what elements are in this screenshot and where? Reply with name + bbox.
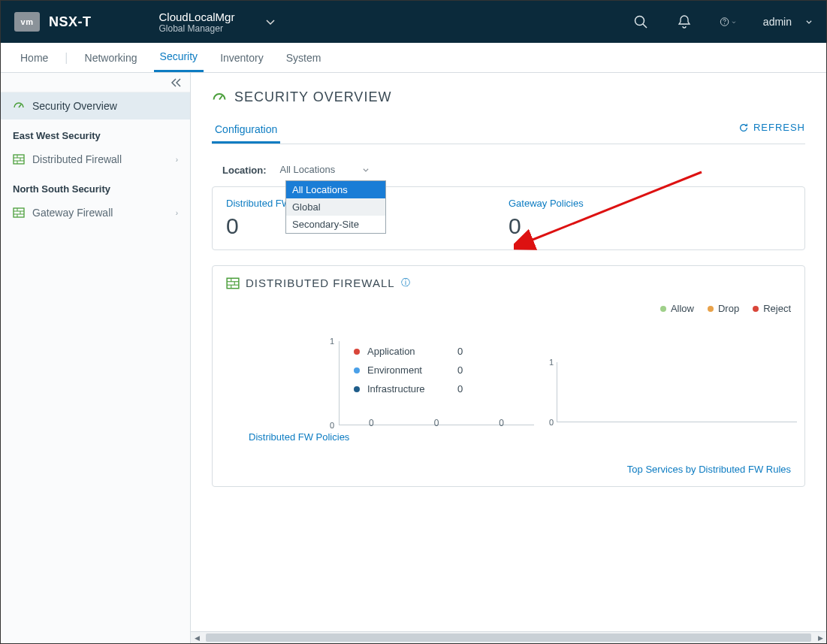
svg-point-3 [724, 23, 725, 24]
gauge-icon [13, 100, 25, 112]
location-select[interactable]: All Locations [280, 164, 370, 176]
chart-ytick-0: 0 [330, 421, 334, 430]
horizontal-scrollbar[interactable]: ◀ ▶ [191, 631, 826, 643]
refresh-button[interactable]: REFRESH [738, 122, 805, 139]
scroll-right-arrow[interactable]: ▶ [814, 632, 826, 643]
firewall-icon [226, 277, 240, 289]
location-selected-value: All Locations [280, 164, 336, 175]
app-header: vm NSX-T CloudLocalMgr Global Manager [1, 1, 826, 43]
chevron-down-icon [264, 16, 276, 28]
svg-rect-11 [14, 208, 24, 217]
location-dropdown: All Locations Global Secondary-Site [285, 180, 386, 234]
firewall-icon [13, 207, 25, 218]
nav-networking[interactable]: Networking [79, 43, 143, 72]
search-icon[interactable] [632, 14, 649, 30]
top-nav: Home | Networking Security Inventory Sys… [1, 43, 826, 73]
tab-configuration[interactable]: Configuration [212, 117, 280, 144]
sidebar-item-label: Distributed Firewall [32, 153, 122, 165]
location-option-secondary[interactable]: Secondary-Site [286, 216, 385, 233]
chevron-down-icon [362, 166, 370, 174]
chevron-right-icon: › [176, 209, 178, 217]
user-menu[interactable]: admin [763, 16, 813, 28]
sidebar-collapse-button[interactable] [1, 73, 190, 92]
chart-xtick: 0 [369, 418, 374, 428]
chart-ytick-1: 1 [330, 337, 334, 346]
manager-subtitle: Global Manager [159, 23, 235, 34]
bar-chart: 1 0 Application0 Environment0 Infrastruc… [226, 341, 534, 443]
sidebar-item-distributed-firewall[interactable]: Distributed Firewall › [1, 146, 190, 173]
svg-line-1 [643, 24, 647, 28]
location-option-all[interactable]: All Locations [286, 181, 385, 198]
refresh-icon [738, 122, 749, 133]
gateway-policies-link[interactable]: Gateway Policies [509, 198, 791, 209]
line-chart: 1 0 [557, 341, 797, 443]
svg-rect-5 [14, 155, 24, 164]
nav-home[interactable]: Home [14, 43, 54, 72]
top-services-link[interactable]: Top Services by Distributed FW Rules [627, 464, 791, 475]
line-ytick-0: 0 [549, 418, 554, 427]
firewall-icon [13, 154, 25, 165]
manager-selector[interactable]: CloudLocalMgr Global Manager [159, 11, 277, 34]
product-name: NSX-T [49, 14, 92, 30]
legend-dot-allow [660, 306, 666, 312]
chart-xtick: 0 [434, 418, 439, 428]
nav-system[interactable]: System [280, 43, 327, 72]
series-label: Environment [367, 364, 450, 376]
svg-line-4 [19, 104, 21, 107]
chart-legend: Allow Drop Reject [226, 303, 791, 314]
line-ytick-1: 1 [549, 358, 554, 367]
series-value: 0 [457, 364, 463, 376]
svg-rect-18 [227, 278, 239, 289]
chart-xtick: 0 [499, 418, 504, 428]
sidebar-group-north-south: North South Security [1, 173, 190, 199]
sidebar: Security Overview East West Security Dis… [1, 73, 191, 643]
scroll-thumb[interactable] [206, 633, 811, 642]
page-title: SECURITY OVERVIEW [234, 89, 391, 105]
legend-reject: Reject [763, 303, 791, 314]
legend-dot-drop [708, 306, 714, 312]
series-dot [354, 349, 360, 355]
distributed-firewall-card: DISTRIBUTED FIREWALL ⓘ Allow Drop Reject… [212, 265, 805, 487]
sidebar-item-security-overview[interactable]: Security Overview [1, 92, 190, 119]
gateway-policies-value: 0 [509, 213, 791, 239]
location-label: Location: [222, 165, 267, 176]
series-dot [354, 386, 360, 392]
nav-security[interactable]: Security [154, 43, 204, 72]
series-value: 0 [457, 383, 463, 395]
chevron-down-icon [805, 18, 813, 26]
info-icon[interactable]: ⓘ [401, 277, 410, 289]
bell-icon[interactable] [676, 14, 693, 30]
df-card-title: DISTRIBUTED FIREWALL [246, 277, 395, 289]
legend-dot-reject [753, 306, 759, 312]
series-dot [354, 367, 360, 373]
chevron-right-icon: › [176, 156, 178, 164]
series-value: 0 [457, 346, 463, 357]
sidebar-item-label: Security Overview [32, 100, 117, 112]
scroll-left-arrow[interactable]: ◀ [191, 632, 203, 643]
gauge-icon [212, 90, 227, 105]
sidebar-item-label: Gateway Firewall [32, 207, 113, 219]
user-name: admin [763, 16, 792, 28]
sidebar-item-gateway-firewall[interactable]: Gateway Firewall › [1, 199, 190, 226]
vmware-logo: vm [14, 12, 40, 32]
sidebar-group-east-west: East West Security [1, 119, 190, 146]
help-icon[interactable] [720, 14, 736, 30]
main-content: SECURITY OVERVIEW Configuration REFRESH … [191, 73, 826, 643]
manager-name: CloudLocalMgr [159, 11, 235, 23]
series-label: Infrastructure [367, 383, 450, 395]
nav-inventory[interactable]: Inventory [214, 43, 270, 72]
svg-line-17 [219, 95, 222, 99]
legend-drop: Drop [718, 303, 739, 314]
refresh-label: REFRESH [753, 122, 805, 133]
dfw-policies-chart-link[interactable]: Distributed FW Policies [249, 431, 534, 443]
location-option-global[interactable]: Global [286, 198, 385, 216]
collapse-icon [171, 78, 183, 87]
series-label: Application [367, 346, 450, 357]
svg-point-0 [635, 17, 644, 26]
legend-allow: Allow [671, 303, 694, 314]
